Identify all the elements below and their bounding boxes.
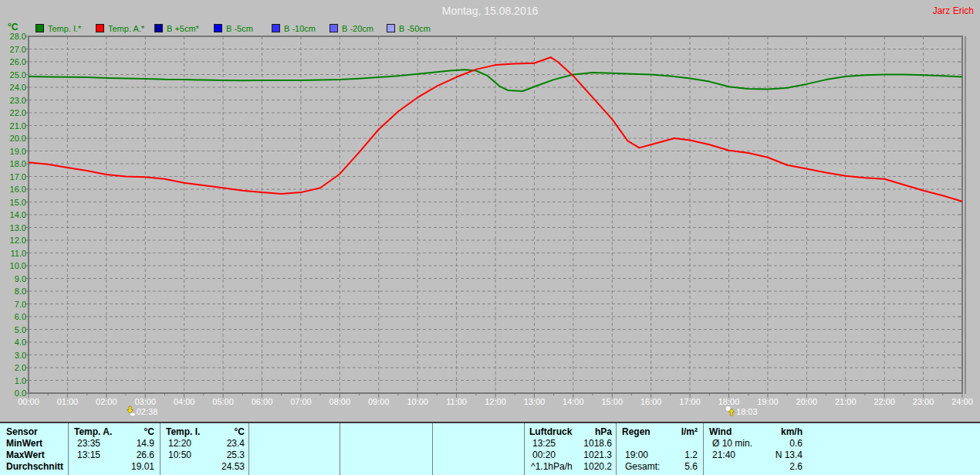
col-unit-temp-a: °C — [123, 426, 154, 437]
table-cell: 25.3 — [191, 450, 245, 460]
table-cell: 13:25 — [532, 438, 556, 449]
table-cell: 13:15 — [77, 450, 100, 460]
y-tick-label: 9.0 — [2, 274, 26, 283]
x-tick-label: 09:00 — [362, 397, 396, 407]
table-cell: 00:20 — [532, 450, 556, 460]
x-tick-label: 14:00 — [556, 397, 590, 407]
weather-logger-window: { "header": { "title": "Montag, 15.08.20… — [0, 0, 980, 475]
table-column-divider — [248, 423, 249, 475]
x-tick-label: 15:00 — [595, 397, 629, 407]
table-cell: 0.6 — [749, 438, 803, 449]
x-tick-label: 06:00 — [245, 397, 279, 407]
x-tick-label: 01:00 — [50, 397, 84, 407]
x-tick-label: 16:00 — [634, 397, 668, 407]
table-row-label: MinWert — [6, 438, 42, 449]
x-tick-label: 05:00 — [206, 397, 240, 407]
col-header-regen: Regen — [622, 426, 651, 437]
y-tick-label: 24.0 — [2, 83, 26, 92]
y-tick-label: 25.0 — [2, 70, 26, 80]
y-tick-label: 28.0 — [2, 32, 26, 41]
x-tick-label: 08:00 — [323, 397, 357, 407]
x-tick-label: 11:00 — [440, 397, 474, 407]
x-tick-label: 23:00 — [907, 397, 941, 407]
y-tick-label: 7.0 — [2, 300, 26, 309]
x-tick-label: 22:00 — [867, 397, 901, 407]
y-tick-label: 23.0 — [2, 96, 26, 105]
y-tick-label: 17.0 — [2, 172, 26, 182]
y-tick-label: 14.0 — [2, 210, 26, 219]
y-tick-label: 16.0 — [2, 185, 26, 194]
y-tick-label: 19.0 — [2, 147, 26, 156]
y-tick-label: 3.0 — [2, 351, 26, 360]
table-cell: 23:35 — [77, 438, 100, 449]
table-cell: N 13.4 — [749, 450, 803, 460]
col-unit-luftdruck: hPa — [581, 426, 612, 437]
table-cell: 1021.3 — [558, 450, 612, 460]
y-tick-label: 27.0 — [2, 45, 26, 54]
table-row-label: Sensor — [6, 426, 38, 437]
table-column-divider — [340, 423, 340, 475]
table-cell: 5.6 — [644, 461, 698, 472]
x-tick-label: 10:00 — [400, 397, 434, 407]
col-header-temp-a: Temp. A. — [74, 426, 112, 437]
table-cell: Ø 10 min. — [712, 438, 752, 449]
y-tick-label: 6.0 — [2, 312, 26, 321]
y-tick-label: 26.0 — [2, 57, 26, 66]
sunrise-icon — [125, 405, 136, 416]
y-tick-label: 15.0 — [2, 198, 26, 207]
x-tick-label: 02:00 — [90, 397, 123, 407]
col-unit-temp-i: °C — [214, 426, 245, 437]
table-cell: 14.9 — [100, 438, 154, 449]
col-unit-regen: l/m² — [667, 426, 698, 437]
x-tick-label: 04:00 — [167, 397, 201, 407]
table-cell: 19.01 — [100, 461, 154, 472]
table-cell: 24.53 — [191, 461, 245, 472]
table-cell: 23.4 — [191, 438, 245, 449]
y-tick-label: 8.0 — [2, 287, 26, 296]
sunset-time: 18:03 — [736, 407, 758, 417]
y-tick-label: 2.0 — [2, 363, 26, 372]
y-tick-label: 4.0 — [2, 338, 26, 347]
table-cell: 12:20 — [168, 438, 191, 449]
x-tick-label: 20:00 — [789, 397, 823, 407]
x-tick-label: 19:00 — [751, 397, 785, 407]
y-tick-label: 10.0 — [2, 261, 26, 270]
table-cell: 1.2 — [644, 450, 698, 460]
table-cell: 26.6 — [100, 450, 154, 460]
x-tick-label: 24:00 — [945, 397, 979, 407]
table-column-divider — [160, 423, 161, 475]
col-header-wind: Wind — [709, 426, 732, 437]
x-tick-label: 00:00 — [12, 397, 46, 407]
table-cell: 1020.2 — [558, 461, 612, 472]
col-header-temp-i: Temp. I. — [166, 426, 200, 437]
table-column-divider — [703, 423, 704, 475]
sunrise-time: 02:38 — [137, 407, 158, 417]
col-unit-wind: km/h — [772, 426, 803, 437]
y-tick-label: 21.0 — [2, 121, 26, 131]
table-cell: 2.6 — [749, 461, 803, 472]
x-tick-label: 21:00 — [829, 397, 863, 407]
table-row-label: MaxWert — [6, 450, 45, 460]
table-cell: 21:40 — [712, 450, 735, 460]
temperature-chart — [0, 0, 980, 422]
col-header-luftdruck: Luftdruck — [529, 426, 572, 437]
x-tick-label: 13:00 — [517, 397, 551, 407]
table-row-label: Durchschnitt — [6, 461, 63, 472]
sunset-icon — [725, 405, 735, 416]
table-column-divider — [616, 423, 617, 475]
stats-table: Sensor MinWert MaxWert Durchschnitt Temp… — [0, 422, 980, 475]
x-tick-label: 17:00 — [673, 397, 707, 407]
table-column-divider — [524, 423, 525, 475]
y-tick-label: 22.0 — [2, 108, 26, 117]
y-tick-label: 5.0 — [2, 325, 26, 334]
y-tick-label: 12.0 — [2, 236, 26, 245]
y-tick-label: 18.0 — [2, 159, 26, 168]
table-column-divider — [432, 423, 433, 475]
y-tick-label: 11.0 — [2, 249, 26, 258]
table-cell: 10:50 — [168, 450, 191, 460]
table-cell: 1018.6 — [558, 438, 612, 449]
table-column-divider — [68, 423, 69, 475]
x-tick-label: 12:00 — [478, 397, 512, 407]
x-tick-label: 07:00 — [284, 397, 318, 407]
y-tick-label: 20.0 — [2, 134, 26, 143]
